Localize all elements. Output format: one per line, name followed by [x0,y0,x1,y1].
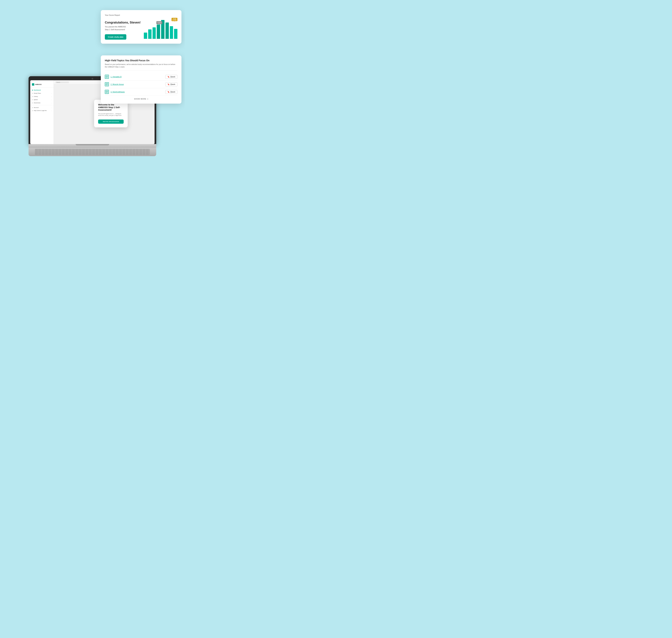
sidebar-dot-qbank [32,99,33,100]
qbank-label-3: Qbank [170,91,175,93]
congrats-title: Congratulations, Steven! [105,21,141,24]
sidebar-dot-anamnesis [32,102,33,103]
sidebar-item-anamnesis[interactable]: Anamnesis › [30,101,54,104]
topic-icon-1 [105,75,109,79]
topic-name-2[interactable]: 2. Muscle tissue [111,83,124,85]
start-assessment-button[interactable]: Start the self-assessment [98,120,124,124]
sidebar-dot-dashboard [32,90,33,91]
search-placeholder: Search [56,82,60,83]
sidebar-label-help: Help Center & Legal Info [34,110,47,111]
chevron-anamnesis-icon: › [52,102,52,103]
amboss-logo-icon [32,83,34,86]
chevron-library-icon: › [52,96,52,97]
sidebar-dot-account [32,107,33,108]
create-study-plan-button[interactable]: Create study plan [105,34,126,40]
qbank-icon-2: 🔖 [167,83,169,85]
sidebar-logo-text: AMBOSS [35,84,42,85]
sidebar-dot-study-plans [32,93,33,94]
sidebar-item-help-center[interactable]: Help Center & Legal Info › [30,109,54,112]
sidebar: AMBOSS Dashboard Study Plans › [30,80,54,144]
your-score-label: YOURSCORE [171,18,177,21]
qbank-label-2: Qbank [170,83,175,85]
score-report-section-title: Your Score Report [105,14,177,16]
chevron-qbank-icon: › [52,99,52,100]
qbank-button-3[interactable]: 🔖 Qbank [165,90,177,94]
topic-name-1[interactable]: 1. Hepatitis B [111,76,121,78]
qbank-label-1: Qbank [170,76,175,78]
sidebar-logo: AMBOSS [30,82,54,87]
chevron-study-plans-icon: › [52,93,52,94]
sidebar-dot-help [32,110,33,111]
bar-8 [174,29,177,39]
topic-row-1: 1. Hepatitis B 🔖 Qbank [105,73,177,81]
laptop-base [29,144,156,148]
sidebar-label-qbank: Qbank [34,99,38,100]
chart-baseline [144,39,177,39]
topic-name-3[interactable]: 3. Nephrolithiasis [111,91,125,93]
chevron-help-icon: › [52,110,52,111]
bar-4 [157,24,160,39]
passing-score-label: PASSINGSCORE [157,21,162,24]
topic-icon-3 [105,90,109,94]
qbank-button-1[interactable]: 🔖 Qbank [165,75,177,79]
topic-icon-2 [105,82,109,86]
score-report-card: Your Score Report Congratulations, Steve… [101,10,181,44]
chevron-down-icon: ▾ [147,98,148,100]
topic-row-2: 2. Muscle tissue 🔖 Qbank [105,81,177,88]
score-chart: PASSINGSCORE YOURSCORE [144,18,177,40]
chevron-account-icon: › [52,107,52,108]
sidebar-label-dashboard: Dashboard [34,89,41,91]
bar-2 [148,29,151,39]
keyboard-keys [35,149,150,155]
qbank-button-2[interactable]: 🔖 Qbank [165,82,177,86]
high-yield-subtitle: Based on your performance, we've selecte… [105,63,177,71]
welcome-modal: Welcome to the AMBOSS Step 1 Self-Assess… [94,100,128,128]
laptop-keyboard [29,148,156,156]
welcome-title: Welcome to the AMBOSS Step 1 Self-Assess… [98,103,124,111]
sidebar-label-account: Account [34,107,39,108]
sidebar-divider [30,105,54,105]
bar-7 [170,26,173,39]
sidebar-dot-library [32,96,33,97]
sidebar-item-library[interactable]: Library › [30,95,54,98]
show-more-text: SHOW MORE [134,98,146,100]
sidebar-item-dashboard[interactable]: Dashboard [30,88,54,92]
topic-row-3: 3. Nephrolithiasis 🔖 Qbank [105,88,177,96]
sidebar-label-library: Library [34,96,38,97]
welcome-text: Test yourself against test re..., collea… [98,113,124,117]
bar-3 [152,27,156,39]
bar-6 [165,22,169,39]
high-yield-card: High-Yield Topics You Should Focus On Ba… [101,55,181,104]
sidebar-item-account[interactable]: Account › [30,106,54,109]
high-yield-title: High-Yield Topics You Should Focus On [105,59,177,62]
sidebar-label-study-plans: Study Plans [34,93,41,94]
sidebar-label-anamnesis: Anamnesis [34,102,40,104]
qbank-icon-1: 🔖 [167,76,169,78]
sidebar-item-study-plans[interactable]: Study Plans › [30,92,54,95]
qbank-icon-3: 🔖 [167,91,169,93]
sidebar-item-qbank[interactable]: Qbank › [30,98,54,101]
bar-1 [144,33,147,39]
show-more-row[interactable]: SHOW MORE ▾ [105,96,177,100]
search-box[interactable]: Search [55,81,69,83]
congrats-text: You passed the AMBOSSStep 1 Self-Assessm… [105,26,141,31]
